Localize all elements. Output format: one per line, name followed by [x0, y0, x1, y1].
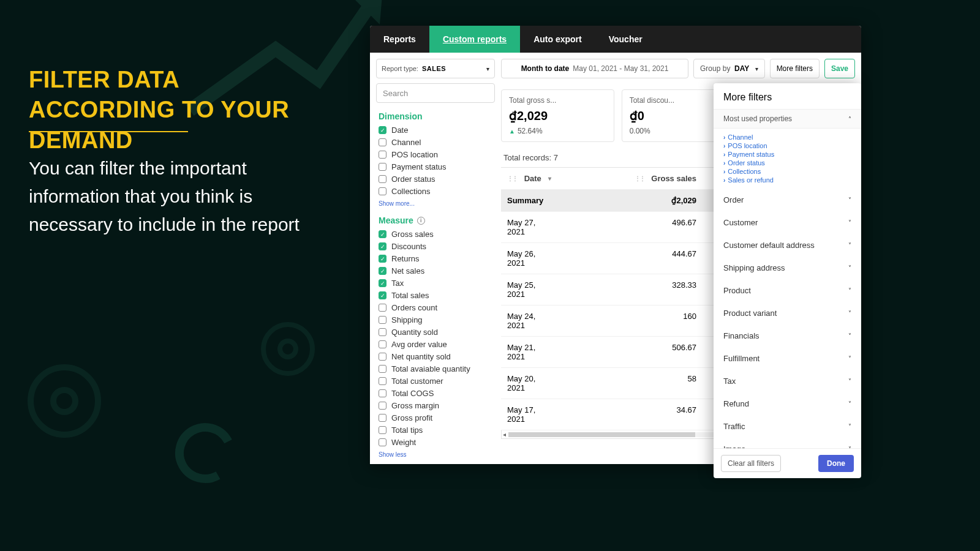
- dimension-order-status[interactable]: Order status: [379, 174, 495, 184]
- measure-net-sales[interactable]: ✓Net sales: [379, 266, 495, 276]
- stat-card[interactable]: Total gross s...₫2,029▲52.64%: [501, 89, 614, 142]
- filter-group-financials[interactable]: Financials˅: [714, 324, 861, 347]
- checkbox-icon: ✓: [379, 126, 386, 134]
- filter-group-customer[interactable]: Customer˅: [714, 211, 861, 234]
- measure-avg-order-value[interactable]: Avg order value: [379, 339, 495, 350]
- nav-custom-reports[interactable]: Custom reports: [429, 26, 520, 53]
- chevron-down-icon: ˅: [848, 242, 851, 249]
- checkbox-icon: [379, 163, 386, 171]
- checkbox-icon: [379, 328, 386, 336]
- measure-heading: Measure i: [379, 216, 495, 225]
- col-date[interactable]: ⋮⋮ Date ▾: [501, 168, 560, 189]
- filter-link-collections[interactable]: ›Collections: [723, 168, 851, 175]
- dimension-channel[interactable]: Channel: [379, 137, 495, 148]
- measure-total-sales[interactable]: ✓Total sales: [379, 290, 495, 301]
- filter-link-label: Payment status: [728, 151, 774, 158]
- filter-link-label: POS location: [728, 142, 767, 149]
- gear-icon: [245, 306, 331, 392]
- nav-reports[interactable]: Reports: [370, 26, 429, 53]
- filter-group-label: Traffic: [723, 422, 745, 431]
- clear-filters-button[interactable]: Clear all filters: [721, 455, 781, 472]
- filter-link-payment-status[interactable]: ›Payment status: [723, 151, 851, 158]
- measure-discounts[interactable]: ✓Discounts: [379, 241, 495, 252]
- measure-net-quantity-sold[interactable]: Net quantity sold: [379, 351, 495, 362]
- done-button[interactable]: Done: [818, 455, 854, 472]
- checkbox-label: Total avaiable quantity: [391, 364, 470, 373]
- grip-icon: ⋮⋮: [635, 175, 644, 182]
- save-button[interactable]: Save: [824, 59, 855, 78]
- checkbox-label: Weight: [391, 438, 416, 447]
- checkbox-icon: [379, 304, 386, 312]
- dimension-date[interactable]: ✓Date: [379, 125, 495, 135]
- measure-gross-sales[interactable]: ✓Gross sales: [379, 229, 495, 239]
- measure-total-tips[interactable]: Total tips: [379, 425, 495, 435]
- dimension-pos-location[interactable]: POS location: [379, 149, 495, 160]
- report-type-select[interactable]: Report type: SALES ▾: [376, 59, 495, 78]
- checkbox-label: Tax: [391, 279, 404, 288]
- measure-weight[interactable]: Weight: [379, 437, 495, 448]
- measure-returns[interactable]: ✓Returns: [379, 253, 495, 264]
- checkbox-icon: ✓: [379, 242, 386, 250]
- measure-total-avaiable-quantity[interactable]: Total avaiable quantity: [379, 364, 495, 374]
- filter-group-refund[interactable]: Refund˅: [714, 392, 861, 415]
- filter-group-customer-default-address[interactable]: Customer default address˅: [714, 234, 861, 257]
- checkbox-icon: [379, 438, 386, 446]
- filter-group-shipping-address[interactable]: Shipping address˅: [714, 257, 861, 279]
- checkbox-label: Channel: [391, 138, 421, 147]
- chevron-right-icon: ›: [723, 177, 725, 184]
- dimension-show-more[interactable]: Show more...: [379, 200, 495, 207]
- chevron-up-icon: ˄: [848, 116, 851, 122]
- checkbox-label: Returns: [391, 254, 420, 263]
- nav-voucher[interactable]: Voucher: [595, 26, 656, 53]
- filter-group-fulfillment[interactable]: Fulfillment˅: [714, 347, 861, 370]
- svg-point-1: [53, 390, 75, 412]
- promo-title: FILTER DATA ACCORDING TO YOUR DEMAND: [29, 65, 317, 156]
- filter-group-order[interactable]: Order˅: [714, 189, 861, 211]
- chevron-right-icon: ›: [723, 134, 725, 141]
- filter-group-traffic[interactable]: Traffic˅: [714, 415, 861, 438]
- card-delta: ▲52.64%: [509, 127, 606, 135]
- filter-link-sales-or-refund[interactable]: ›Sales or refund: [723, 176, 851, 184]
- measure-gross-profit[interactable]: Gross profit: [379, 413, 495, 423]
- filter-group-tax[interactable]: Tax˅: [714, 370, 861, 392]
- more-filters-button[interactable]: More filters: [770, 59, 820, 78]
- filter-link-label: Collections: [728, 168, 761, 175]
- measure-show-less[interactable]: Show less: [379, 451, 495, 458]
- filter-group-product-variant[interactable]: Product variant˅: [714, 302, 861, 324]
- checkbox-icon: ✓: [379, 291, 386, 299]
- info-icon[interactable]: i: [417, 217, 425, 225]
- caret-up-icon: ▲: [509, 128, 515, 135]
- filter-group-image[interactable]: Image˅: [714, 438, 861, 448]
- group-by-select[interactable]: Group by DAY ▾: [693, 59, 765, 78]
- col-gross[interactable]: ⋮⋮ Gross sales: [560, 168, 707, 189]
- chevron-down-icon: ˅: [848, 310, 851, 317]
- dimension-collections[interactable]: Collections: [379, 186, 495, 197]
- filter-link-channel[interactable]: ›Channel: [723, 133, 851, 141]
- filters-subtitle[interactable]: Most used properties ˄: [714, 109, 861, 129]
- checkbox-icon: ✓: [379, 267, 386, 275]
- measure-quantity-sold[interactable]: Quantity sold: [379, 327, 495, 337]
- checkbox-label: Total tips: [391, 425, 423, 435]
- nav-auto-export[interactable]: Auto export: [520, 26, 595, 53]
- measure-orders-count[interactable]: Orders count: [379, 302, 495, 313]
- dimension-payment-status[interactable]: Payment status: [379, 162, 495, 172]
- checkbox-icon: [379, 175, 386, 183]
- checkbox-label: Quantity sold: [391, 328, 438, 337]
- search-input[interactable]: Search: [376, 83, 495, 103]
- measure-shipping[interactable]: Shipping: [379, 315, 495, 325]
- top-nav: ReportsCustom reportsAuto exportVoucher: [370, 26, 861, 53]
- measure-total-customer[interactable]: Total customer: [379, 376, 495, 386]
- cell-date: May 20, 2021: [501, 368, 560, 399]
- measure-tax[interactable]: ✓Tax: [379, 278, 495, 288]
- summary-label: Summary: [501, 190, 560, 211]
- filter-link-order-status[interactable]: ›Order status: [723, 159, 851, 167]
- filter-group-label: Financials: [723, 331, 760, 340]
- filter-link-pos-location[interactable]: ›POS location: [723, 142, 851, 149]
- filter-group-product[interactable]: Product˅: [714, 279, 861, 302]
- svg-point-2: [263, 324, 312, 373]
- date-range-picker[interactable]: Month to date May 01, 2021 - May 31, 202…: [501, 59, 688, 78]
- search-placeholder: Search: [383, 89, 408, 98]
- scroll-left-icon[interactable]: ◂: [503, 431, 506, 438]
- measure-total-cogs[interactable]: Total COGS: [379, 388, 495, 399]
- measure-gross-margin[interactable]: Gross margin: [379, 400, 495, 411]
